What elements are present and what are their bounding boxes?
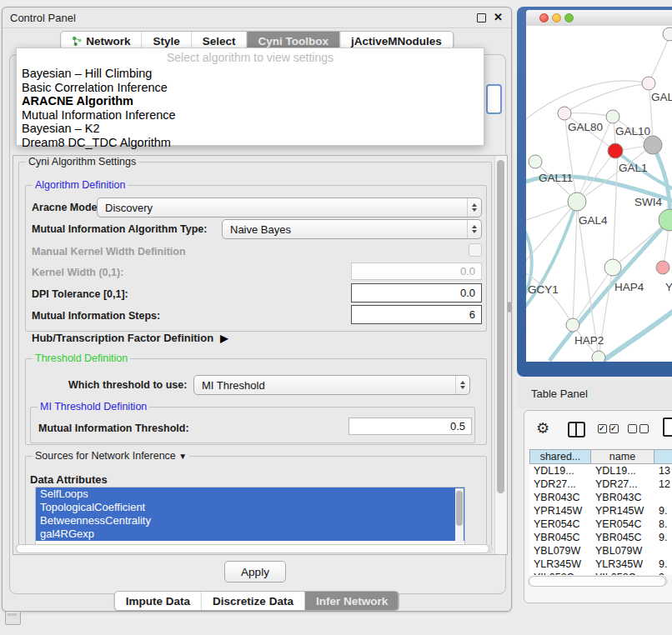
tab-discretize-data[interactable]: Discretize Data bbox=[202, 592, 305, 610]
node-label: GAL bbox=[651, 91, 672, 103]
deselect-all-checkboxes-icon[interactable] bbox=[628, 424, 649, 433]
close-traffic-light[interactable] bbox=[539, 13, 549, 22]
tab-impute-data[interactable]: Impute Data bbox=[115, 592, 202, 610]
table-cell: YDL19... bbox=[591, 464, 654, 478]
zoom-traffic-light[interactable] bbox=[564, 13, 574, 22]
algorithm-option[interactable]: Basic Correlation Inference bbox=[22, 81, 168, 94]
select-all-checkboxes-icon[interactable]: ✓ ✓ bbox=[598, 424, 619, 433]
attribute-item[interactable]: BetweennessCentrality bbox=[36, 514, 464, 528]
manual-kernel-width-checkbox[interactable] bbox=[469, 243, 482, 257]
algorithm-option[interactable]: Mutual Information Inference bbox=[22, 108, 176, 122]
sources-title-row: Sources for Network Inference ▼ bbox=[33, 450, 189, 462]
table-row[interactable]: YBR043CYBR043C bbox=[529, 491, 672, 504]
network-node-gal80[interactable] bbox=[558, 107, 571, 120]
network-node[interactable] bbox=[644, 136, 662, 154]
mi-algorithm-type-value: Naive Bayes bbox=[230, 223, 291, 236]
tab-label: Network bbox=[86, 35, 130, 48]
close-icon[interactable]: ✕ bbox=[494, 11, 503, 24]
panel-corner-icon[interactable] bbox=[5, 611, 21, 625]
table-row[interactable]: YDR27...YDR27...12 bbox=[529, 478, 672, 491]
algorithm-option[interactable]: Bayesian – K2 bbox=[22, 122, 100, 135]
aracne-mode-select[interactable]: Discovery bbox=[97, 198, 482, 218]
table-row[interactable]: YLR345WYLR345W9. bbox=[529, 558, 672, 571]
table-cell: 13 bbox=[654, 464, 672, 478]
table-panel-title: Table Panel bbox=[531, 388, 588, 400]
table-cell: YIL052C bbox=[529, 571, 591, 575]
control-panel-title: Control Panel bbox=[10, 12, 76, 24]
network-node[interactable] bbox=[592, 351, 605, 362]
network-node-y[interactable] bbox=[656, 261, 669, 274]
algorithm-option[interactable]: ARACNE Algorithm bbox=[22, 94, 133, 108]
node-label: GAL80 bbox=[568, 121, 603, 133]
settings-horizontal-scrollbar[interactable] bbox=[15, 544, 494, 553]
table-row[interactable]: YBR045CYBR045C9. bbox=[529, 531, 672, 544]
tab-label: Style bbox=[153, 35, 179, 48]
minimize-traffic-light[interactable] bbox=[552, 13, 561, 22]
mi-steps-input[interactable]: 6 bbox=[351, 305, 482, 324]
panel-divider-handle[interactable] bbox=[508, 302, 511, 312]
which-threshold-value: MI Threshold bbox=[202, 379, 265, 392]
mi-threshold-input[interactable]: 0.5 bbox=[349, 418, 472, 435]
float-window-icon[interactable] bbox=[477, 13, 486, 22]
column-header-extra[interactable] bbox=[654, 449, 672, 464]
column-header-name[interactable]: name bbox=[591, 449, 654, 464]
table-row[interactable]: YDL19...YDL19...13 bbox=[529, 464, 672, 478]
network-node-hap2[interactable] bbox=[566, 318, 579, 332]
collapse-arrow-icon[interactable]: ▼ bbox=[178, 452, 187, 461]
tab-infer-network[interactable]: Infer Network bbox=[305, 592, 399, 610]
dpi-tolerance-input[interactable]: 0.0 bbox=[351, 283, 482, 302]
attribute-item[interactable]: SelfLoops bbox=[36, 488, 464, 501]
algorithm-option[interactable]: Bayesian – Hill Climbing bbox=[22, 67, 152, 80]
control-panel-titlebar: Control Panel ✕ bbox=[3, 8, 511, 28]
table-row[interactable]: YER054CYER054C8. bbox=[529, 518, 672, 531]
network-edge bbox=[526, 202, 577, 269]
table-row[interactable]: YPR145WYPR145W9. bbox=[529, 504, 672, 518]
table-row[interactable]: YBL079WYBL079W bbox=[529, 544, 672, 558]
data-attributes-label: Data Attributes bbox=[30, 473, 108, 486]
network-view-frame: GALGAL80GAL10GAL1GAL11GAL4SWI4GCY1HAP4YH… bbox=[517, 7, 672, 377]
apply-button[interactable]: Apply bbox=[224, 561, 286, 582]
mi-algorithm-type-select[interactable]: Naive Bayes bbox=[222, 219, 482, 239]
table-row[interactable]: YIL052CYIL052C9. bbox=[529, 571, 672, 575]
table-cell: YPR145W bbox=[591, 504, 654, 518]
network-canvas[interactable]: GALGAL80GAL10GAL1GAL11GAL4SWI4GCY1HAP4YH… bbox=[526, 26, 672, 362]
table-cell: 9. bbox=[654, 558, 672, 571]
inference-algorithm-combo-arrow[interactable] bbox=[486, 84, 502, 114]
network-node-gal10[interactable] bbox=[606, 110, 619, 123]
apply-button-label: Apply bbox=[241, 566, 269, 578]
attributes-scrollbar[interactable] bbox=[455, 488, 464, 543]
network-node[interactable] bbox=[663, 28, 672, 41]
network-node-gal11[interactable] bbox=[529, 155, 542, 168]
hub-transcription-factor-label: Hub/Transcription Factor Definition bbox=[32, 332, 213, 344]
cyni-algorithm-settings-title: Cyni Algorithm Settings bbox=[26, 156, 138, 168]
which-threshold-select[interactable]: MI Threshold bbox=[193, 375, 470, 395]
network-node-gal4[interactable] bbox=[568, 192, 586, 211]
document-icon[interactable] bbox=[663, 418, 672, 437]
network-edge bbox=[603, 302, 672, 361]
attribute-item[interactable]: TopologicalCoefficient bbox=[36, 501, 464, 514]
network-edge bbox=[564, 113, 613, 117]
network-edge bbox=[573, 202, 577, 325]
gear-icon[interactable]: ⚙ bbox=[536, 419, 549, 438]
columns-icon[interactable] bbox=[568, 422, 585, 438]
network-node-hap4[interactable] bbox=[604, 259, 621, 276]
unchecked-box-icon bbox=[628, 424, 637, 433]
node-label: HAP2 bbox=[574, 334, 604, 347]
network-edge bbox=[649, 36, 669, 83]
hub-transcription-factor-expander[interactable]: Hub/Transcription Factor Definition ▶ bbox=[32, 332, 228, 344]
table-cell: 8. bbox=[654, 518, 672, 531]
column-header-shared...[interactable]: shared... bbox=[529, 449, 591, 464]
algorithm-option[interactable]: Dream8 DC_TDC Algorithm bbox=[22, 136, 171, 149]
expand-arrow-icon: ▶ bbox=[220, 332, 228, 344]
network-node-gal[interactable] bbox=[642, 77, 655, 90]
tab-label: Select bbox=[203, 35, 236, 48]
combo-arrows-icon bbox=[467, 198, 481, 217]
attribute-item[interactable]: gal4RGexp bbox=[36, 528, 464, 541]
network-node-gal1[interactable] bbox=[608, 143, 623, 158]
node-label: GCY1 bbox=[528, 283, 559, 296]
kernel-width-input[interactable]: 0.0 bbox=[351, 262, 482, 280]
tab-label: jActiveMNodules bbox=[351, 35, 442, 48]
settings-vertical-scrollbar[interactable] bbox=[494, 156, 507, 554]
node-label: GAL11 bbox=[539, 172, 573, 184]
table-horizontal-scrollbar[interactable] bbox=[528, 576, 668, 587]
